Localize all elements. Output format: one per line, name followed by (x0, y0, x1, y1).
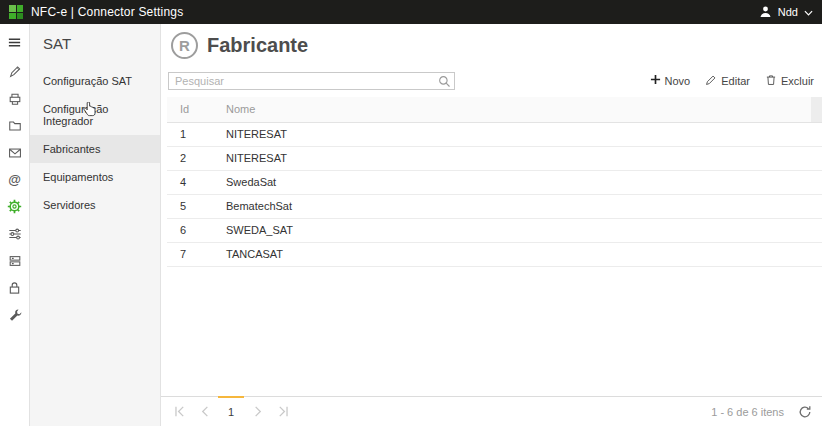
pager-first-button[interactable] (166, 397, 192, 426)
grid-toolbar: Novo Editar Excluir (650, 74, 814, 88)
table-row[interactable]: 1 NITERESAT (167, 122, 822, 146)
column-header-id[interactable]: Id (167, 97, 213, 122)
search-icon[interactable] (438, 74, 451, 92)
grid-header-row: Id Nome (167, 97, 822, 122)
user-menu[interactable]: Ndd (759, 5, 813, 20)
app-logo-icon (9, 5, 23, 19)
refresh-icon[interactable] (798, 405, 812, 419)
content-shell: @ (0, 24, 822, 426)
main-panel: R Fabricante Novo (161, 24, 822, 426)
sidebar-item-equipamentos[interactable]: Equipamentos (30, 163, 160, 191)
lock-icon[interactable] (0, 274, 30, 301)
data-grid: Id Nome 1 NITERESAT 2 NITE (167, 97, 822, 396)
pager: 1 1 - 6 de 6 itens (161, 396, 822, 426)
user-name: Ndd (778, 6, 798, 18)
sidebar-title: SAT (30, 24, 160, 67)
menu-icon[interactable] (0, 29, 30, 56)
user-icon (759, 5, 772, 20)
scrollbar-spacer (811, 97, 822, 122)
pencil-icon (705, 74, 717, 88)
column-header-nome[interactable]: Nome (213, 97, 811, 122)
table-row[interactable]: 6 SWEDA_SAT (167, 218, 822, 242)
at-sign-icon[interactable]: @ (0, 166, 30, 193)
pager-info: 1 - 6 de 6 itens (711, 406, 784, 418)
search-box (168, 71, 455, 90)
delete-button[interactable]: Excluir (765, 74, 814, 88)
icon-rail: @ (0, 24, 30, 426)
pager-last-button[interactable] (270, 397, 296, 426)
table-row[interactable]: 2 NITERESAT (167, 146, 822, 170)
pager-page-1[interactable]: 1 (218, 396, 244, 426)
sidebar-item-servidores[interactable]: Servidores (30, 191, 160, 219)
equipment-icon[interactable] (0, 247, 30, 274)
search-input[interactable] (168, 72, 455, 90)
table-row[interactable]: 7 TANCASAT (167, 242, 822, 266)
printer-icon[interactable] (0, 85, 30, 112)
new-button[interactable]: Novo (650, 74, 691, 87)
chevron-down-icon (804, 6, 813, 18)
table-row[interactable]: 4 SwedaSat (167, 170, 822, 194)
app-window: NFC-e | Connector Settings Ndd (0, 0, 822, 426)
page-title: Fabricante (207, 34, 308, 57)
sidebar-item-configuracao-sat[interactable]: Configuração SAT (30, 67, 160, 95)
page-header: R Fabricante (161, 24, 822, 64)
pager-next-button[interactable] (244, 397, 270, 426)
sidebar: SAT Configuração SAT Configuração Integr… (30, 24, 161, 426)
topbar: NFC-e | Connector Settings Ndd (0, 0, 822, 24)
pen-icon[interactable] (0, 58, 30, 85)
mail-icon[interactable] (0, 139, 30, 166)
folder-icon[interactable] (0, 112, 30, 139)
app-title: NFC-e | Connector Settings (31, 5, 183, 19)
controls-row: Novo Editar Excluir (168, 71, 814, 90)
sliders-icon[interactable] (0, 220, 30, 247)
sidebar-item-configuracao-integrador[interactable]: Configuração Integrador (30, 95, 160, 135)
sidebar-item-fabricantes[interactable]: Fabricantes (30, 135, 160, 163)
gear-icon[interactable] (0, 193, 30, 220)
edit-button[interactable]: Editar (705, 74, 750, 88)
trash-icon (765, 74, 777, 88)
table-row[interactable]: 5 BematechSat (167, 194, 822, 218)
wrench-icon[interactable] (0, 301, 30, 328)
pager-right: 1 - 6 de 6 itens (711, 397, 812, 426)
brand-logo: R (171, 32, 198, 59)
plus-icon (650, 74, 661, 87)
pager-previous-button[interactable] (192, 397, 218, 426)
